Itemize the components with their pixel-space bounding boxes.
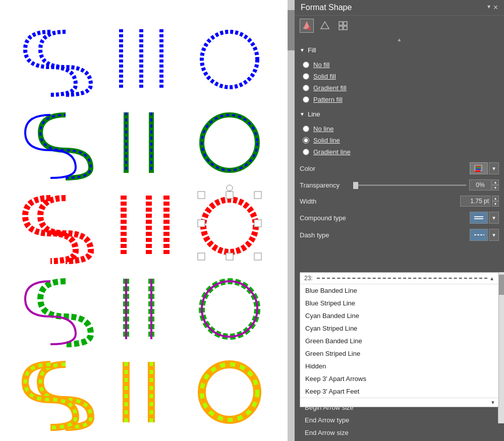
fill-no-fill-radio[interactable] <box>303 61 309 68</box>
dropdown-header: 23: ▲ <box>300 273 498 284</box>
dropdown-item-keep-arrows[interactable]: Keep 3' Apart Arrows <box>300 372 498 385</box>
width-spin-up[interactable]: ▲ <box>492 196 499 201</box>
shape-cell-11[interactable] <box>103 270 184 348</box>
transparency-spin-up[interactable]: ▲ <box>492 179 499 185</box>
shape-cell-8[interactable] <box>103 186 184 265</box>
width-input[interactable] <box>460 196 490 207</box>
line-gradient-radio[interactable] <box>303 149 309 155</box>
fill-gradient-row[interactable]: Gradient fill <box>303 82 496 94</box>
svg-point-36 <box>308 27 311 30</box>
shape-cell-10[interactable] <box>18 270 98 348</box>
panel-title-bar: Format Shape ▾ × <box>295 0 504 16</box>
line-gradient-label[interactable]: Gradient line <box>313 148 351 156</box>
shape-cell-6[interactable] <box>189 103 270 181</box>
title-controls: ▾ × <box>487 3 498 12</box>
svg-rect-18 <box>254 192 261 199</box>
fill-gradient-label[interactable]: Gradient fill <box>313 84 347 92</box>
dropdown-item-green-banded[interactable]: Green Banded Line <box>300 335 498 347</box>
tab-position[interactable] <box>336 19 350 33</box>
shape-cell-2[interactable] <box>103 20 184 98</box>
transparency-input[interactable] <box>469 179 491 191</box>
shape-cell-5[interactable] <box>103 103 184 181</box>
fill-pattern-row[interactable]: Pattern fill <box>303 94 496 105</box>
svg-rect-46 <box>475 170 480 172</box>
close-button[interactable]: × <box>493 3 498 12</box>
shape-cell-12[interactable] <box>189 270 270 348</box>
svg-point-29 <box>202 281 257 337</box>
line-solid-row[interactable]: Solid line <box>303 135 496 146</box>
dash-type-label: Dash type <box>300 231 470 239</box>
color-dropdown-arrow[interactable]: ▼ <box>489 162 499 174</box>
dropdown-item-green-striped[interactable]: Green Striped Line <box>300 347 498 360</box>
dropdown-current-num: 23: <box>304 275 313 282</box>
fill-pattern-radio[interactable] <box>303 96 309 103</box>
panel-arrow: ▲ <box>295 36 504 43</box>
fill-no-fill-row[interactable]: No fill <box>303 59 496 71</box>
dropdown-item-keep-feet[interactable]: Keep 3' Apart Feet <box>300 385 498 398</box>
shape-cell-1[interactable] <box>18 20 98 98</box>
shape-cell-3[interactable] <box>189 20 270 98</box>
end-arrow-type-label: End Arrow type <box>305 416 494 424</box>
compound-type-button[interactable] <box>470 212 488 224</box>
color-row: Color ▼ <box>295 160 504 177</box>
width-spin-down[interactable]: ▼ <box>492 201 499 207</box>
line-no-line-row[interactable]: No line <box>303 123 496 135</box>
transparency-spin-down[interactable]: ▼ <box>492 185 499 191</box>
line-solid-label[interactable]: Solid line <box>313 137 340 144</box>
main-scrollbar[interactable] <box>288 0 295 441</box>
line-gradient-row[interactable]: Gradient line <box>303 146 496 158</box>
fill-solid-label[interactable]: Solid fill <box>313 73 336 80</box>
dropdown-item-blue-banded[interactable]: Blue Banded Line <box>300 284 498 297</box>
transparency-label: Transparency <box>300 181 350 189</box>
shape-cell-7[interactable] <box>18 186 98 265</box>
pin-button[interactable]: ▾ <box>487 3 490 12</box>
svg-point-22 <box>227 185 233 191</box>
fill-section-content: No fill Solid fill Gradient fill Pattern… <box>295 57 504 107</box>
end-arrow-type-row: End Arrow type <box>300 414 499 426</box>
shape-cell-9-selected[interactable] <box>189 186 270 265</box>
line-solid-radio[interactable] <box>303 137 309 144</box>
fill-pattern-label[interactable]: Pattern fill <box>313 96 343 103</box>
line-section-header[interactable]: ▼ Line <box>295 107 504 121</box>
fill-gradient-radio[interactable] <box>303 85 309 91</box>
transparency-slider[interactable] <box>353 184 466 186</box>
line-no-line-radio[interactable] <box>303 125 309 132</box>
dropdown-scroll-down[interactable]: ▼ <box>300 398 498 407</box>
scroll-thumb[interactable] <box>288 10 295 50</box>
compound-dropdown-arrow[interactable]: ▼ <box>489 212 499 224</box>
tab-shape[interactable] <box>318 19 332 33</box>
shape-cell-15[interactable] <box>189 353 270 431</box>
width-control: ▲ ▼ <box>460 196 499 207</box>
line-section-label: Line <box>308 110 320 118</box>
fill-section-header[interactable]: ▼ Fill <box>295 43 504 57</box>
transparency-spinners: ▲ ▼ <box>492 179 499 191</box>
dash-type-control: ▼ <box>470 229 499 241</box>
fill-solid-radio[interactable] <box>303 73 309 80</box>
dash-type-button[interactable] <box>470 229 488 241</box>
color-picker-button[interactable] <box>470 162 488 174</box>
fill-solid-row[interactable]: Solid fill <box>303 71 496 82</box>
dropdown-item-cyan-banded[interactable]: Cyan Banded Line <box>300 309 498 322</box>
tab-fill[interactable] <box>300 19 314 33</box>
line-no-line-label[interactable]: No line <box>313 125 333 133</box>
shape-cell-13[interactable] <box>18 353 98 431</box>
dropdown-scrollbar-thumb[interactable] <box>498 275 504 295</box>
dropdown-item-blue-striped[interactable]: Blue Striped Line <box>300 297 498 309</box>
dash-dropdown-arrow[interactable]: ▼ <box>489 229 499 241</box>
end-arrow-size-row: End Arrow size <box>300 426 499 439</box>
shape-cell-4[interactable] <box>18 103 98 181</box>
transparency-row: Transparency ▲ ▼ <box>295 177 504 193</box>
scroll-down-icon: ▼ <box>490 400 495 405</box>
color-control: ▼ <box>470 162 499 174</box>
dropdown-item-hidden[interactable]: Hidden <box>300 360 498 372</box>
svg-rect-40 <box>339 26 343 30</box>
line-collapse-arrow: ▼ <box>300 111 305 117</box>
svg-rect-17 <box>226 253 233 260</box>
dropdown-item-cyan-striped[interactable]: Cyan Striped Line <box>300 322 498 335</box>
dropdown-scroll-up[interactable]: ▲ <box>489 276 494 281</box>
fill-no-fill-label[interactable]: No fill <box>313 61 330 69</box>
slider-thumb[interactable] <box>353 182 358 189</box>
compound-type-label: Compound type <box>300 214 470 222</box>
compound-type-row: Compound type ▼ <box>295 209 504 226</box>
shape-cell-14[interactable] <box>103 353 184 431</box>
